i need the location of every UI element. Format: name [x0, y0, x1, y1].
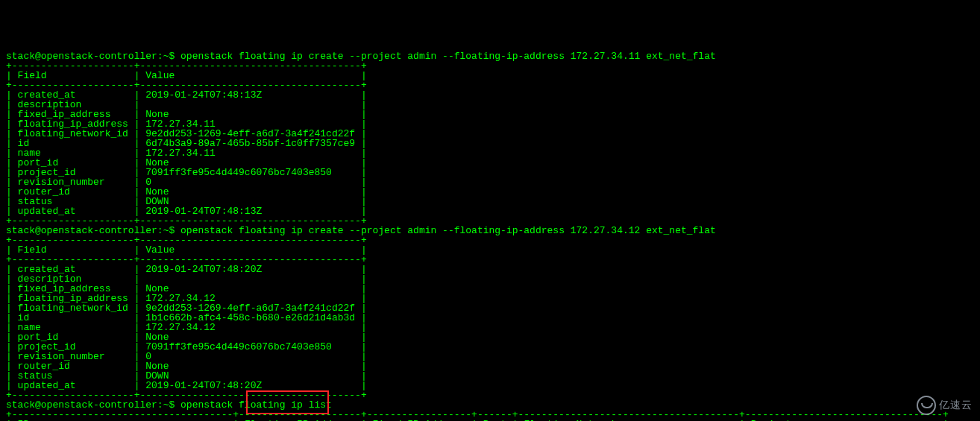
terminal-output: stack@openstack-controller:~$ openstack …	[0, 48, 980, 421]
